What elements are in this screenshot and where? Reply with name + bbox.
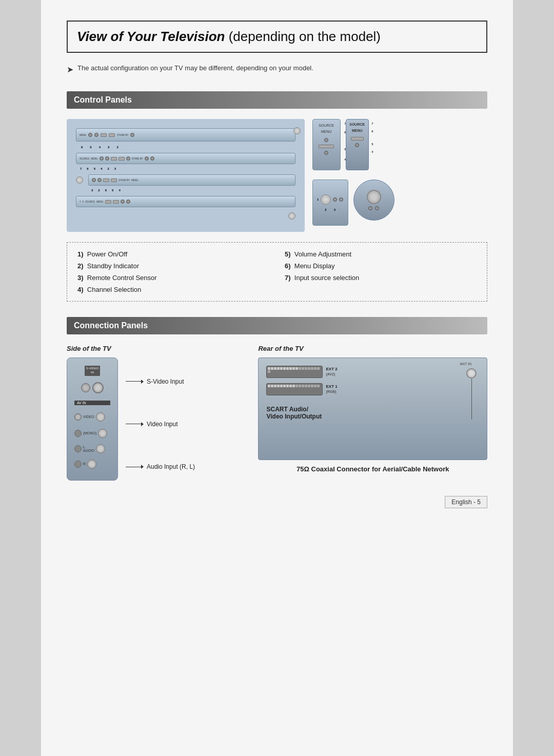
btn-2-3[interactable]	[126, 156, 130, 161]
audio-row-r: R	[74, 460, 110, 469]
num-7-s2: 7	[371, 122, 373, 125]
btn-2-2[interactable]	[105, 156, 109, 161]
top-right-panels: 7 SOURCE 6 MENU 5 4 SOURCE 7 ME	[312, 119, 487, 170]
num-2-3: 2	[98, 189, 100, 192]
ant-in-label: ANT IN	[460, 362, 471, 366]
btn-2-rect1[interactable]	[111, 157, 117, 161]
btn-btm-2[interactable]	[339, 197, 343, 202]
source-label-2: SOURCE	[80, 157, 89, 160]
btn-2-rect2[interactable]	[118, 157, 125, 161]
intro-section: ➤ The actual configuration on your TV ma…	[67, 63, 487, 76]
btn-3-rect1[interactable]	[103, 178, 109, 182]
pin	[268, 370, 270, 373]
pin	[289, 367, 292, 370]
btn-ch-1[interactable]	[101, 133, 107, 137]
btn-4-rect1[interactable]	[105, 200, 111, 204]
scart-ext2-body	[266, 366, 323, 378]
btn-3-1[interactable]	[92, 178, 96, 182]
menu-label-2: MENU	[91, 157, 97, 160]
round-dial[interactable]	[367, 190, 381, 204]
scart-label-text: SCART Audio/Video Input/Output	[266, 406, 322, 420]
audio-l-conn-lg	[96, 444, 105, 453]
menu-label-4: MENU	[96, 201, 103, 203]
btn-side-2[interactable]	[324, 151, 328, 155]
pin	[283, 385, 286, 387]
btn-s2-1[interactable]	[355, 143, 359, 147]
btn-4-2[interactable]	[126, 200, 130, 204]
pin	[308, 385, 310, 387]
pin	[317, 385, 320, 387]
video-conn-lg	[96, 412, 105, 422]
rear-labels: SCART Audio/Video Input/Output	[266, 406, 479, 422]
pin	[305, 385, 307, 387]
scart-ext1-tag: EXT 1(RGB)	[326, 384, 337, 395]
pin	[271, 367, 273, 370]
pin	[317, 367, 320, 370]
btn-btm-1[interactable]	[333, 197, 337, 202]
btn-2-1[interactable]	[100, 156, 104, 161]
side-tv-content: S-VIDEOIN AV IN VIDEO	[67, 357, 243, 481]
video-text: VIDEO	[83, 415, 94, 419]
btn-2-4[interactable]	[150, 156, 154, 161]
audio-row-l: LAUDIO	[74, 444, 110, 453]
scart-ext1-row: EXT 1(RGB)	[266, 383, 479, 395]
standby-label-3: STAND BY	[118, 179, 130, 182]
legend-item-6: 6) Menu Display	[285, 262, 477, 270]
pin	[283, 367, 286, 370]
btn-btm-large[interactable]	[321, 194, 331, 205]
power-dial-1[interactable]	[293, 127, 301, 134]
legend-item-1: 1) Power On/Off	[77, 250, 269, 258]
scart-ext2-row: EXT 2(AV2)	[266, 366, 479, 378]
pin	[268, 385, 270, 387]
pin	[274, 385, 276, 387]
side-tv-section: Side of the TV S-VIDEOIN AV IN	[67, 345, 243, 481]
menu-label-s2: MENU	[352, 129, 363, 132]
btn-standby-1[interactable]	[130, 133, 134, 137]
mono-text: (MONO)	[83, 431, 96, 435]
pin	[302, 385, 304, 387]
btn-3-rect2[interactable]	[111, 178, 117, 182]
num-5-2: 5	[94, 167, 95, 170]
scart-ext2-tag: EXT 2(AV2)	[326, 367, 337, 377]
num-4-3: 4	[118, 189, 120, 192]
svideo-conn-2	[92, 382, 104, 393]
side-tv-subtitle: Side of the TV	[67, 345, 243, 352]
num-6-3: 6	[105, 189, 107, 192]
title-box: View of Your Television (depending on th…	[67, 21, 487, 53]
num-2-2: 2	[107, 167, 109, 170]
btn-minus-1[interactable]	[88, 133, 92, 137]
btn-s2-rect[interactable]	[351, 137, 364, 141]
legend-item-4: 4) Channel Selection	[77, 286, 269, 293]
num-3-btm: 3	[334, 208, 335, 211]
page-number-text: English - 5	[451, 499, 481, 506]
btn-side-1[interactable]	[324, 138, 328, 142]
btn-round-2[interactable]	[375, 206, 379, 210]
num-4: 4	[99, 146, 101, 149]
pin	[271, 385, 273, 387]
control-panels-section: Control Panels MENU STAND BY	[67, 91, 487, 302]
side-panel-1: 7 SOURCE 6 MENU 5 4	[312, 119, 341, 170]
btn-plus-1[interactable]	[94, 133, 98, 137]
btn-ch-2[interactable]	[109, 133, 115, 137]
menu-label-1: MENU	[80, 134, 86, 136]
power-dial-4[interactable]	[288, 212, 295, 220]
audio-arrow	[126, 465, 144, 469]
num-1-btm: 1	[317, 198, 319, 201]
pin	[302, 367, 304, 370]
num-3: 3	[108, 146, 109, 149]
btn-side-rect[interactable]	[319, 145, 334, 148]
page-title: View of Your Television (depending on th…	[77, 29, 477, 45]
btn-4-rect2[interactable]	[113, 200, 119, 204]
power-dial-3[interactable]	[76, 176, 83, 184]
svideo-label-row: S-Video Input	[126, 378, 195, 385]
connection-panels-section: Connection Panels Side of the TV S-VIDEO…	[67, 317, 487, 481]
legend-item-3: 3) Remote Control Sensor	[77, 274, 269, 282]
btn-4-1[interactable]	[121, 200, 125, 204]
front-panel-btm: 1 2 3	[312, 180, 348, 226]
btn-3-2[interactable]	[97, 178, 102, 182]
num-3-2: 3	[114, 167, 116, 170]
btn-2-standby[interactable]	[145, 156, 149, 161]
btn-round-1[interactable]	[368, 206, 372, 210]
audio-label-row: Audio Input (R, L)	[126, 463, 195, 470]
num-5: 5	[90, 146, 91, 149]
